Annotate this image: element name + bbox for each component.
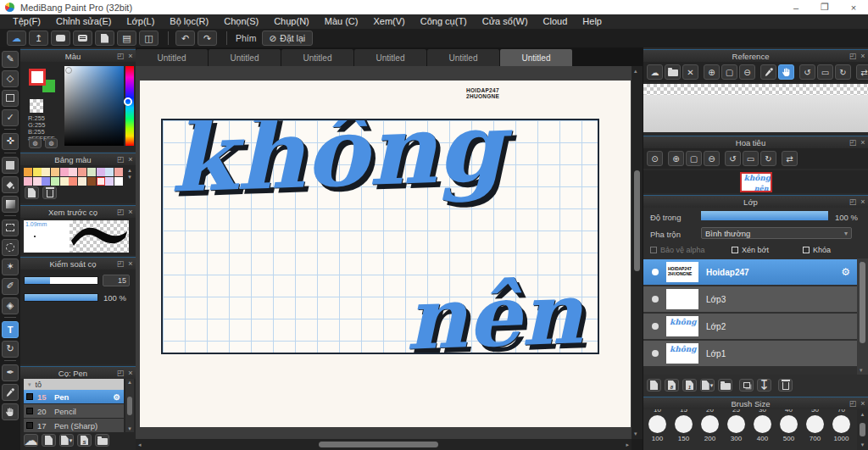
collapse-icon[interactable]: ▾ bbox=[28, 381, 31, 388]
scroll-up-icon[interactable]: ▴ bbox=[861, 411, 865, 418]
popout-icon[interactable]: ◰ bbox=[115, 369, 125, 377]
brush-size-cut-label[interactable]: 25 bbox=[723, 409, 749, 414]
add-1bit-layer-button[interactable]: 1 bbox=[682, 379, 697, 392]
brush-size-cut-label[interactable]: 40 bbox=[776, 409, 802, 414]
scroll-right-icon[interactable]: ▸ bbox=[626, 442, 629, 448]
close-icon[interactable]: × bbox=[858, 399, 868, 408]
navigator-rotate-ccw-button[interactable]: ↺ bbox=[725, 151, 741, 166]
layer-row-lop1[interactable]: không Lớp1 bbox=[643, 341, 857, 366]
brush-size-option-700[interactable]: 700 bbox=[802, 415, 828, 442]
document-tab-6-active[interactable]: Untitled bbox=[500, 49, 572, 66]
menu-cua-so[interactable]: Cửa sổ(W) bbox=[475, 14, 536, 29]
popout-icon[interactable]: ◰ bbox=[848, 138, 858, 147]
brush-size-cut-label[interactable]: 20 bbox=[697, 409, 723, 414]
brush-size-value[interactable]: 15 bbox=[103, 275, 130, 286]
brush-size-option-100[interactable]: 100 bbox=[644, 415, 670, 442]
color-history-button[interactable]: ◍ bbox=[45, 138, 58, 148]
popout-icon[interactable]: ◰ bbox=[848, 197, 858, 206]
palette-swatch[interactable] bbox=[114, 177, 123, 186]
saturation-value-box[interactable] bbox=[64, 66, 124, 146]
brush-size-cut-label[interactable]: 70 bbox=[828, 409, 854, 414]
restore-button[interactable]: ❐ bbox=[810, 0, 839, 14]
palette-swatch[interactable] bbox=[78, 168, 86, 176]
gear-icon[interactable]: ⚙ bbox=[841, 266, 850, 278]
scroll-thumb[interactable] bbox=[860, 423, 865, 436]
visibility-dot[interactable] bbox=[652, 323, 659, 330]
lasso-select-tool[interactable] bbox=[2, 239, 19, 256]
scroll-left-icon[interactable]: ◂ bbox=[138, 442, 142, 448]
visibility-dot[interactable] bbox=[652, 269, 659, 275]
document-tab-3[interactable]: Untitled bbox=[281, 49, 353, 66]
brush-tool[interactable]: ✎ bbox=[2, 51, 19, 68]
palette-swatch[interactable] bbox=[42, 177, 50, 186]
document-tab-1[interactable]: Untitled bbox=[136, 49, 208, 66]
document-tab-2[interactable]: Untitled bbox=[209, 49, 281, 66]
navigator-flip-button[interactable]: ⇄ bbox=[782, 151, 798, 166]
navigator-zoom-in-button[interactable]: ⊕ bbox=[668, 151, 684, 166]
menu-cong-cu[interactable]: Công cụ(T) bbox=[413, 14, 475, 29]
brush-opacity-slider[interactable] bbox=[24, 293, 98, 302]
menu-lop[interactable]: Lớp(L) bbox=[119, 14, 162, 29]
add-brush-menu-button[interactable]: ▾ bbox=[59, 434, 74, 447]
layer-list-scrollbar[interactable]: ▴ ▾ bbox=[857, 258, 868, 375]
close-icon[interactable]: × bbox=[125, 369, 136, 377]
brush-row-pen-sharp[interactable]: 17 Pen (Sharp) bbox=[24, 419, 124, 432]
palette-swatch[interactable] bbox=[105, 168, 114, 176]
rect-select-tool[interactable] bbox=[2, 219, 19, 236]
add-layer-menu-button[interactable]: ▾ bbox=[700, 379, 715, 392]
scroll-down-icon[interactable]: ▾ bbox=[860, 367, 863, 374]
palette-swatch[interactable] bbox=[87, 168, 96, 176]
color-wheel-button[interactable]: ◍ bbox=[29, 138, 42, 148]
layer-row-lop3[interactable]: Lớp3 bbox=[643, 286, 857, 312]
add-layer-button[interactable] bbox=[647, 379, 661, 392]
menu-chup[interactable]: Chụp(N) bbox=[266, 14, 317, 29]
palette-swatch[interactable] bbox=[97, 168, 105, 176]
text-tool[interactable]: T bbox=[2, 321, 19, 338]
undo-button[interactable]: ↶ bbox=[175, 31, 195, 46]
scroll-thumb[interactable] bbox=[127, 397, 132, 415]
shape-tool[interactable] bbox=[2, 90, 19, 107]
brush-size-option-300[interactable]: 300 bbox=[723, 415, 749, 442]
palette-swatch-selected[interactable] bbox=[97, 177, 105, 186]
brush-size-option-500[interactable]: 500 bbox=[776, 415, 802, 442]
publish-button[interactable]: ↥ bbox=[29, 31, 48, 46]
brush-size-option-150[interactable]: 150 bbox=[670, 415, 697, 442]
foreground-color-swatch[interactable] bbox=[29, 69, 46, 86]
palette-swatch[interactable] bbox=[33, 168, 42, 176]
canvas-vertical-scrollbar[interactable]: ▴ ▾ bbox=[632, 66, 643, 439]
cloud-brush-button[interactable]: ☁ bbox=[24, 434, 38, 447]
menu-bo-loc[interactable]: Bộ lọc(R) bbox=[162, 14, 216, 29]
menu-chinh-sua[interactable]: Chỉnh sửa(E) bbox=[48, 14, 119, 29]
brush-size-option-1000[interactable]: 1000 bbox=[828, 415, 854, 442]
brush-list-scrollbar[interactable]: ▴ ▾ bbox=[125, 379, 134, 432]
hand-tool[interactable] bbox=[2, 403, 19, 420]
popout-icon[interactable]: ◰ bbox=[848, 52, 858, 60]
document-tab-4[interactable]: Untitled bbox=[354, 49, 426, 66]
bucket-tool[interactable] bbox=[2, 176, 19, 193]
scroll-down-icon[interactable]: ▾ bbox=[128, 425, 131, 432]
menu-chon[interactable]: Chọn(S) bbox=[216, 14, 266, 29]
menu-cloud[interactable]: Cloud bbox=[536, 14, 576, 29]
close-icon[interactable]: × bbox=[125, 259, 136, 268]
brush-size-cut-label[interactable]: 15 bbox=[670, 409, 697, 414]
palette-swatch[interactable] bbox=[24, 168, 32, 176]
close-icon[interactable]: × bbox=[858, 52, 868, 60]
redo-button[interactable]: ↷ bbox=[198, 31, 217, 46]
new-canvas-button[interactable]: ◫ bbox=[139, 31, 159, 46]
palette-scrollbar[interactable]: ▴ ▾ bbox=[125, 167, 134, 191]
popout-icon[interactable]: ◰ bbox=[115, 208, 125, 216]
reference-eyedropper-button[interactable] bbox=[760, 64, 776, 80]
brush-row-pencil[interactable]: 20 Pencil bbox=[24, 404, 124, 418]
reference-rotate-ccw-button[interactable]: ↺ bbox=[799, 64, 815, 80]
palette-swatch[interactable] bbox=[69, 177, 77, 186]
select-eraser-tool[interactable]: ◈ bbox=[2, 297, 19, 314]
opacity-slider[interactable] bbox=[701, 211, 828, 220]
alpha-protect-checkbox[interactable]: Bảo vệ alpha bbox=[650, 246, 705, 254]
reference-hand-button[interactable] bbox=[778, 64, 794, 80]
lock-checkbox[interactable]: Khóa bbox=[803, 246, 831, 254]
pen-tool[interactable]: ✒ bbox=[2, 364, 19, 381]
canvas-horizontal-scrollbar[interactable]: ◂ ▸ bbox=[136, 439, 632, 450]
minimize-button[interactable]: – bbox=[782, 0, 810, 14]
close-icon[interactable]: × bbox=[125, 52, 136, 60]
horizontal-scroll-thumb[interactable] bbox=[319, 442, 437, 447]
